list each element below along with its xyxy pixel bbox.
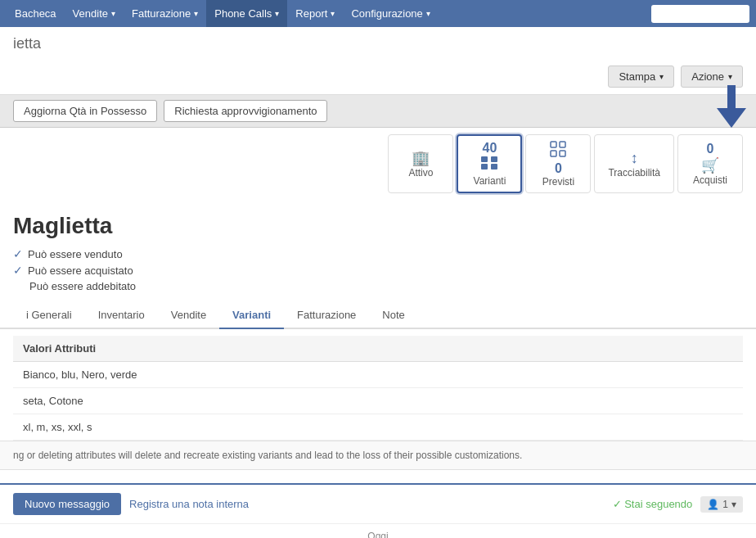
svg-rect-7 [560, 151, 565, 156]
variants-icon [480, 156, 498, 174]
attr-values-3: xl, m, xs, xxl, s [13, 414, 743, 441]
aggiorna-qta-button[interactable]: Aggiorna Qtà in Possesso [13, 100, 157, 122]
smart-btn-varianti[interactable]: 40 Varianti [457, 134, 522, 193]
arrow-indicator [717, 85, 746, 128]
checkbox-acquistato[interactable]: ✓ Può essere acquistato [13, 264, 743, 277]
nav-fatturazione[interactable]: Fatturazione ▾ [124, 0, 206, 27]
building-icon: 🏢 [412, 149, 430, 167]
arrow-body [727, 85, 736, 108]
top-navigation: Bacheca Vendite ▾ Fatturazione ▾ Phone C… [0, 0, 756, 27]
smart-area: 🏢 Attivo 40 Varianti [0, 128, 756, 200]
checkbox-venduto[interactable]: ✓ Può essere venduto [13, 247, 743, 260]
caret-icon: ▾ [731, 499, 736, 510]
chevron-down-icon: ▾ [659, 72, 664, 81]
nav-vendite[interactable]: Vendite ▾ [65, 0, 124, 27]
azione-button[interactable]: Azione ▾ [681, 66, 743, 88]
tab-varianti[interactable]: Varianti [219, 302, 284, 329]
chevron-down-icon: ▾ [331, 9, 335, 18]
following-badge: ✓ Stai seguendo [613, 498, 693, 510]
svg-rect-1 [491, 156, 497, 162]
table-row: xl, m, xs, xxl, s [13, 414, 743, 441]
smart-btn-attivo[interactable]: 🏢 Attivo [388, 134, 453, 193]
nav-report[interactable]: Report ▾ [287, 0, 343, 27]
checkboxes-section: ✓ Può essere venduto ✓ Può essere acquis… [13, 247, 743, 292]
cart-icon: 🛒 [701, 156, 719, 174]
svg-rect-6 [551, 151, 556, 156]
svg-rect-5 [560, 142, 565, 147]
smart-btn-acquisti[interactable]: 0 🛒 Acquisti [677, 134, 743, 193]
arrow-head-icon [717, 108, 746, 128]
new-message-button[interactable]: Nuovo messaggio [13, 493, 121, 515]
chevron-down-icon: ▾ [111, 9, 115, 18]
followers-button[interactable]: 👤 1 ▾ [700, 496, 743, 513]
check-icon: ✓ [13, 247, 23, 260]
page-header: ietta Stampa ▾ Azione ▾ [0, 27, 756, 95]
attr-values-1: Bianco, blu, Nero, verde [13, 362, 743, 388]
checkbox-addebitato[interactable]: Può essere addebitato [13, 280, 743, 292]
chevron-down-icon: ▾ [194, 9, 198, 18]
tabs-row: i Generali Inventario Vendite Varianti F… [0, 302, 756, 329]
smart-buttons-row: 🏢 Attivo 40 Varianti [0, 128, 756, 200]
smart-btn-tracciabilita[interactable]: ↕ Tracciabilità [594, 134, 674, 193]
chatter-right: ✓ Stai seguendo 👤 1 ▾ [613, 496, 743, 513]
table-row: seta, Cotone [13, 388, 743, 414]
smart-btn-previsti[interactable]: 0 Previsti [525, 134, 591, 193]
svg-rect-2 [481, 164, 488, 170]
table-row: Bianco, blu, Nero, verde [13, 362, 743, 388]
check-icon: ✓ [13, 264, 23, 277]
svg-rect-3 [491, 164, 497, 170]
breadcrumb: ietta [13, 35, 743, 52]
attributes-table: Valori Attributi Bianco, blu, Nero, verd… [13, 336, 743, 441]
tab-fatturazione[interactable]: Fatturazione [284, 302, 369, 329]
chatter-bar: Nuovo messaggio Registra una nota intern… [0, 483, 756, 523]
footer-date: Oggi [0, 523, 756, 538]
svg-rect-4 [551, 142, 556, 147]
richiesta-approvvigionamento-button[interactable]: Richiesta approvvigionamento [164, 100, 327, 122]
internal-note-button[interactable]: Registra una nota interna [129, 498, 249, 510]
nav-phone-calls[interactable]: Phone Calls ▾ [206, 0, 287, 27]
main-content: Maglietta ✓ Può essere venduto ✓ Può ess… [0, 200, 756, 483]
tab-generali[interactable]: i Generali [13, 302, 85, 329]
nav-right [651, 5, 749, 23]
search-input[interactable] [651, 5, 749, 23]
warning-bar: ng or deleting attributes will delete an… [0, 441, 756, 470]
chevron-down-icon: ▾ [426, 9, 430, 18]
chevron-down-icon: ▾ [728, 72, 732, 81]
chevron-down-icon: ▾ [275, 9, 279, 18]
grid-icon [550, 141, 566, 161]
svg-rect-0 [481, 156, 488, 162]
attr-values-2: seta, Cotone [13, 388, 743, 414]
tab-note[interactable]: Note [369, 302, 417, 329]
tab-vendite[interactable]: Vendite [158, 302, 219, 329]
toolbar: Stampa ▾ Azione ▾ [13, 59, 743, 94]
nav-configurazione[interactable]: Configurazione ▾ [343, 0, 438, 27]
tab-inventario[interactable]: Inventario [85, 302, 158, 329]
nav-bacheca[interactable]: Bacheca [7, 0, 65, 27]
product-title: Maglietta [13, 213, 743, 239]
attr-table-header: Valori Attributi [13, 336, 743, 362]
arrows-icon: ↕ [631, 150, 638, 167]
stampa-button[interactable]: Stampa ▾ [608, 66, 674, 88]
action-row: Aggiorna Qtà in Possesso Richiesta appro… [0, 95, 756, 128]
person-icon: 👤 [707, 499, 719, 510]
